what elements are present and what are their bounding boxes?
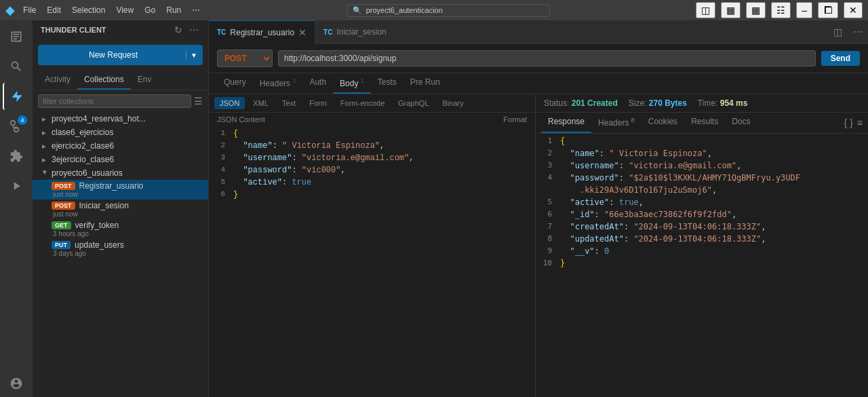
activity-source-control[interactable]: 4 [3,113,30,140]
split-editor-btn[interactable]: ◫ [828,26,848,37]
tab-iniciar-sesion[interactable]: TC Iniciar_sesion [315,20,395,44]
method-select[interactable]: POST GET PUT DELETE [217,50,273,67]
menu-view[interactable]: View [116,5,134,15]
activity-extensions[interactable] [3,143,30,170]
tab-activity[interactable]: Activity [38,71,77,90]
response-braces-icon[interactable]: { } [844,117,853,128]
request-item-update[interactable]: PUT update_users 3 days ago [33,239,208,259]
format-binary[interactable]: Binary [437,97,469,109]
collection-item-ejercicio2[interactable]: ► ejercicio2_clase6 [33,139,208,153]
request-tabs: Query Headers 2 Auth Body 1 Tests Pre Ru… [209,73,868,94]
menu-run[interactable]: Run [166,5,181,15]
req-tab-headers[interactable]: Headers 2 [253,73,303,94]
collection-item-proyecto6[interactable]: ► proyecto6_usuarios [33,166,208,180]
tab-more-btn[interactable]: ⋯ [848,26,868,37]
method-badge-post: POST [52,182,75,190]
chevron-right-icon: ► [41,115,49,123]
method-badge-put: PUT [52,241,71,249]
sidebar-nav-tabs: Activity Collections Env [33,71,208,90]
req-tab-auth[interactable]: Auth [302,73,333,94]
resp-tab-headers[interactable]: Headers 8 [591,113,642,133]
collection-item-proyecto4[interactable]: ► proyecto4_reservas_hot... [33,112,208,126]
response-line: 8 "updatedAt": "2024-09-13T04:06:18.333Z… [536,234,868,246]
title-bar-left: ◆ File Edit Selection View Go Run ⋯ [5,3,200,18]
format-json[interactable]: JSON [214,97,245,109]
response-line: 7 "createdAt": "2024-09-13T04:06:18.333Z… [536,222,868,234]
req-tab-tests[interactable]: Tests [371,73,403,94]
json-content-header: JSON Content Format [209,113,535,126]
request-name: verify_token [75,221,119,230]
response-more-icon[interactable]: ≡ [857,117,863,128]
activity-run[interactable] [3,172,30,200]
thunder-actions: ↻ ⋯ [173,23,200,37]
resp-tab-response[interactable]: Response [541,113,591,133]
format-form[interactable]: Form [304,97,332,109]
layout-toggle-btn[interactable]: ◫ [696,2,715,18]
response-line: 9 "__v": 0 [536,246,868,259]
filter-collections-input[interactable] [38,94,191,108]
thunder-client-title: THUNDER CLIENT [41,26,106,34]
response-tab-actions: { } ≡ [844,113,863,133]
tc-icon: TC [323,29,332,36]
new-request-label: New Request [43,50,183,60]
minimize-btn[interactable]: – [796,2,812,18]
tab-registrar-usuario[interactable]: TC Registrar_usuario ✕ [209,20,315,44]
menu-selection[interactable]: Selection [72,5,105,15]
code-line: 3 "username": "victoria.e@gmail.com", [209,153,535,166]
format-text[interactable]: Text [277,97,301,109]
collection-name: ejercicio2_clase6 [52,141,114,151]
customize-layout-btn[interactable]: ☷ [771,2,791,18]
response-body: 1 { 2 "name": " Victoria Espinoza", 3 "u… [536,134,868,397]
more-actions-btn[interactable]: ⋯ [188,23,200,37]
collection-item-3ejercicio[interactable]: ► 3ejercicio_clase6 [33,153,208,166]
url-input[interactable] [278,50,816,67]
new-request-button[interactable]: New Request ▼ [38,45,203,65]
refresh-btn[interactable]: ↻ [173,23,184,37]
collection-item-clase6[interactable]: ► clase6_ejercicios [33,126,208,139]
activity-thunder-client[interactable] [3,83,30,110]
size-value: 270 Bytes [649,98,687,108]
format-form-encode[interactable]: Form-encode [335,97,390,109]
filter-wrap: ☰ [33,90,208,112]
request-time: just now [52,191,203,198]
tab-close-icon[interactable]: ✕ [298,27,307,38]
menu-file[interactable]: File [23,5,36,15]
req-tab-prerun[interactable]: Pre Run [403,73,447,94]
req-tab-query[interactable]: Query [217,73,253,94]
maximize-btn[interactable]: ⧠ [818,2,838,18]
close-btn[interactable]: ✕ [844,2,863,18]
request-item-iniciar[interactable]: POST Iniciar_sesion just now [33,200,208,219]
menu-more[interactable]: ⋯ [192,5,200,15]
response-line: 4 "password": "$2a$10$l3KXKL/AHMY71QgBMF… [536,173,868,185]
editor-layout-btn[interactable]: ▦ [746,2,766,18]
request-body-editor[interactable]: 1 { 2 "name": " Victoria Espinoza", 3 "u… [209,126,535,397]
request-row: POST Iniciar_sesion [52,201,203,210]
sidebar: THUNDER CLIENT ↻ ⋯ New Request ▼ Activit… [33,20,209,397]
collection-name: clase6_ejercicios [52,128,113,137]
send-button[interactable]: Send [821,51,860,66]
response-line: 3 "username": "victoria.e@gmail.com", [536,161,868,173]
menu-edit[interactable]: Edit [47,5,61,15]
request-row: PUT update_users [52,240,203,250]
panel-toggle-btn[interactable]: ▦ [721,2,741,18]
tab-collections[interactable]: Collections [77,71,131,90]
activity-account[interactable] [3,370,30,397]
resp-tab-cookies[interactable]: Cookies [642,113,684,133]
req-tab-body[interactable]: Body 1 [333,73,371,94]
tab-env[interactable]: Env [131,71,159,90]
json-content-label: JSON Content [217,115,265,124]
format-xml[interactable]: XML [248,97,274,109]
resp-tab-results[interactable]: Results [684,113,725,133]
request-item-registrar[interactable]: POST Registrar_usuario just now [33,180,208,200]
format-graphql[interactable]: GraphQL [393,97,434,109]
menu-go[interactable]: Go [144,5,155,15]
activity-explorer[interactable] [3,23,30,50]
filter-menu-btn[interactable]: ☰ [194,96,203,107]
format-button[interactable]: Format [503,115,527,124]
request-item-verify[interactable]: GET verify_token 3 hours ago [33,219,208,239]
activity-search[interactable] [3,53,30,80]
request-name: Iniciar_sesion [79,201,129,210]
thunder-client-header: THUNDER CLIENT ↻ ⋯ [33,20,208,42]
global-search-bar[interactable]: 🔍 proyect6_autenticacion [347,4,550,17]
resp-tab-docs[interactable]: Docs [725,113,757,133]
